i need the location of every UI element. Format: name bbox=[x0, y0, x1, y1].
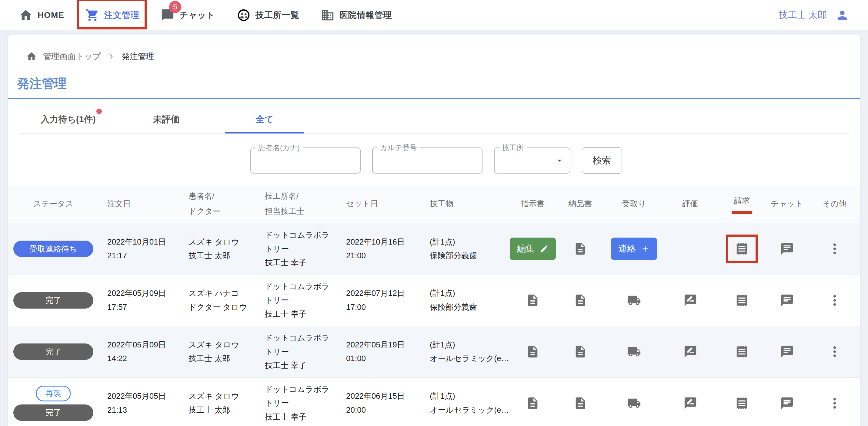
chat-button[interactable] bbox=[780, 396, 794, 410]
document-icon bbox=[526, 345, 540, 359]
evaluation-button[interactable] bbox=[683, 293, 698, 307]
order-date-line: 21:13 bbox=[107, 403, 178, 417]
chat-button[interactable] bbox=[780, 293, 794, 307]
instruction-doc-button[interactable] bbox=[526, 396, 540, 410]
order-date-line: 2022年05月05日 bbox=[107, 389, 178, 403]
invoice-button[interactable] bbox=[735, 293, 749, 307]
cell-chat bbox=[766, 288, 808, 312]
item-line: (計1点) bbox=[430, 338, 509, 352]
invoice-button[interactable] bbox=[735, 242, 749, 256]
item-line: 保険部分義歯 bbox=[430, 301, 509, 314]
instruction-doc-button[interactable] bbox=[526, 293, 540, 307]
kebab-icon bbox=[828, 396, 842, 410]
status-pills: 完了 bbox=[13, 343, 93, 360]
set-date-line: 01:00 bbox=[346, 352, 420, 366]
nav-item-labs[interactable]: 技工所一覧 bbox=[237, 8, 300, 22]
cell-patient: スズキ ハナコドクター タロウ bbox=[180, 282, 256, 319]
group-icon bbox=[237, 8, 251, 22]
cell-chat bbox=[766, 391, 808, 415]
invoice-button[interactable] bbox=[735, 396, 749, 410]
main-nav: HOME注文管理5チャット技工所一覧医院情報管理 bbox=[19, 8, 392, 22]
more-menu-button[interactable] bbox=[828, 396, 842, 410]
nav-item-label: HOME bbox=[38, 10, 64, 20]
kebab-icon bbox=[828, 293, 842, 307]
lab-field[interactable]: 技工所 bbox=[494, 147, 570, 174]
item-line: オールセラミック(e… bbox=[430, 352, 509, 366]
cell-delivery bbox=[555, 288, 606, 312]
patient-line: スズキ タロウ bbox=[188, 235, 255, 249]
patient-line: 技工士 太郎 bbox=[188, 352, 255, 366]
header-line: 注文日 bbox=[107, 196, 180, 211]
search-button[interactable]: 検索 bbox=[582, 147, 622, 174]
cell-instruction bbox=[511, 391, 555, 415]
user-menu[interactable]: 技工士 太郎 bbox=[779, 8, 849, 22]
pickup-button[interactable] bbox=[627, 293, 641, 307]
nav-item-home[interactable]: HOME bbox=[19, 8, 64, 22]
edit-button[interactable]: 編集 bbox=[510, 237, 556, 260]
document-icon bbox=[574, 242, 587, 256]
evaluation-button[interactable] bbox=[683, 345, 698, 359]
contact-button[interactable]: 連絡 bbox=[611, 237, 657, 260]
nav-item-clinics[interactable]: 医院情報管理 bbox=[321, 8, 392, 22]
delivery-note-button[interactable] bbox=[574, 345, 587, 359]
rate-review-icon bbox=[683, 396, 698, 410]
column-header: 技工所名/担当技工士 bbox=[256, 189, 338, 219]
table-body: 受取連絡待ち2022年10月01日21:17スズキ タロウ技工士 太郎ドットコム… bbox=[8, 223, 860, 426]
delivery-note-button[interactable] bbox=[574, 293, 587, 307]
evaluation-button[interactable] bbox=[683, 396, 698, 410]
pencil-icon bbox=[539, 244, 549, 253]
cell-patient: スズキ タロウ技工士 太郎 bbox=[180, 333, 256, 370]
invoice-button[interactable] bbox=[735, 345, 749, 359]
truck-icon bbox=[627, 293, 641, 307]
chat-badge: 5 bbox=[169, 1, 181, 13]
column-header: 評価 bbox=[662, 196, 718, 211]
chart-number-field[interactable]: カルテ番号 bbox=[372, 147, 483, 174]
button-label: 編集 bbox=[517, 243, 535, 255]
annotation-header-underline bbox=[732, 211, 752, 214]
tab-unrated[interactable]: 未評価 bbox=[117, 106, 216, 133]
patient-name-field[interactable]: 患者名(カナ) bbox=[250, 147, 361, 174]
search-fields: 患者名(カナ)カルテ番号技工所 bbox=[250, 147, 570, 174]
chat-button[interactable] bbox=[780, 345, 794, 359]
lab-line: ドットコムラボラトリー bbox=[265, 331, 336, 359]
item-line: オールセラミック(e… bbox=[430, 403, 509, 417]
header-line: 技工所名/ bbox=[265, 189, 338, 204]
header-line: ドクター bbox=[188, 204, 256, 219]
tab-all[interactable]: 全て bbox=[216, 106, 314, 133]
lab-line: 技工士 幸子 bbox=[265, 307, 336, 321]
pickup-button[interactable] bbox=[627, 345, 641, 359]
nav-item-chat[interactable]: 5チャット bbox=[161, 8, 216, 22]
header-line: 評価 bbox=[683, 196, 698, 211]
chart-number-input[interactable] bbox=[373, 148, 482, 173]
cell-lab: ドットコムラボラトリー技工士 幸子 bbox=[256, 223, 338, 275]
cell-set-date: 2022年06月15日20:00 bbox=[338, 385, 421, 422]
nav-icon-wrap bbox=[321, 8, 335, 22]
header-line: 請求 bbox=[734, 193, 750, 208]
pickup-button[interactable] bbox=[627, 396, 641, 410]
breadcrumb: 管理画面トップ 発注管理 bbox=[8, 51, 860, 62]
chat-button[interactable] bbox=[780, 242, 794, 256]
button-label: 連絡 bbox=[618, 243, 636, 255]
tab-awaiting-input[interactable]: 入力待ち(1件) bbox=[19, 106, 117, 133]
cell-delivery bbox=[555, 391, 606, 415]
patient-name-input[interactable] bbox=[251, 148, 360, 173]
column-header: 請求 bbox=[718, 193, 766, 214]
delivery-note-button[interactable] bbox=[574, 242, 587, 256]
more-menu-button[interactable] bbox=[828, 345, 842, 359]
breadcrumb-home-link[interactable]: 管理画面トップ bbox=[43, 51, 101, 62]
delivery-note-button[interactable] bbox=[574, 396, 587, 410]
patient-line: ドクター タロウ bbox=[188, 301, 255, 314]
more-menu-button[interactable] bbox=[828, 293, 842, 307]
header-line: ステータス bbox=[33, 196, 73, 211]
cell-status: 受取連絡待ち bbox=[8, 236, 99, 262]
nav-item-label: 技工所一覧 bbox=[255, 9, 300, 21]
tab-label: 全て bbox=[256, 113, 274, 125]
more-menu-button[interactable] bbox=[828, 242, 842, 256]
item-line: (計1点) bbox=[430, 389, 509, 403]
instruction-doc-button[interactable] bbox=[526, 345, 540, 359]
table-row: 再製完了2022年05月05日21:13スズキ タロウ技工士 太郎ドットコムラボ… bbox=[8, 378, 860, 426]
status-pills: 再製完了 bbox=[13, 386, 93, 421]
nav-item-orders[interactable]: 注文管理 bbox=[86, 8, 140, 22]
document-icon bbox=[574, 396, 587, 410]
content-card: 管理画面トップ 発注管理 発注管理 入力待ち(1件)未評価全て 患者名(カナ)カ… bbox=[7, 35, 861, 426]
